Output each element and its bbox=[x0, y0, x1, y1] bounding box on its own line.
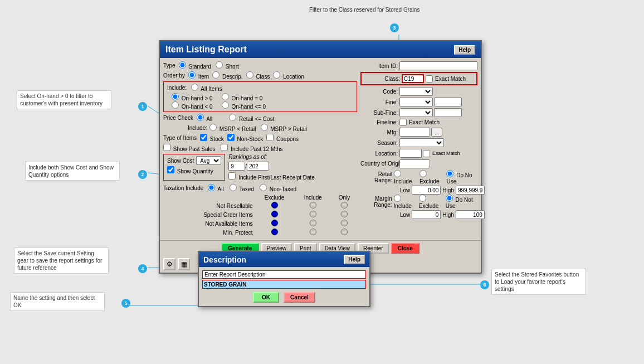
stock-checkbox[interactable] bbox=[200, 134, 207, 141]
grid-icon-button[interactable]: ▦ bbox=[178, 258, 190, 270]
margin-include-radio[interactable] bbox=[394, 195, 401, 202]
coupons-option[interactable]: Coupons bbox=[266, 134, 299, 142]
price-retail-cost-radio[interactable] bbox=[229, 114, 236, 121]
code-select[interactable] bbox=[399, 87, 433, 96]
price-msrp-gt-retail-radio[interactable] bbox=[261, 124, 268, 131]
class-input[interactable] bbox=[402, 74, 424, 83]
margin-high-input[interactable] bbox=[456, 210, 485, 219]
special-order-exclude[interactable] bbox=[255, 210, 295, 219]
tax-nontaxed-option[interactable]: Non-Taxed bbox=[260, 184, 296, 192]
tax-taxed-option[interactable]: Taxed bbox=[230, 184, 254, 192]
sub-fine-select[interactable] bbox=[399, 108, 433, 117]
non-stock-checkbox[interactable] bbox=[227, 134, 235, 141]
margin-donotuse-option[interactable]: Do Not Use bbox=[446, 195, 477, 209]
close-button[interactable]: Close bbox=[391, 243, 419, 254]
class-exact-match-checkbox[interactable] bbox=[426, 75, 433, 82]
desc-input[interactable] bbox=[202, 280, 366, 289]
price-all-radio[interactable] bbox=[197, 114, 204, 121]
not-available-include[interactable] bbox=[295, 219, 331, 228]
fineline-exact-match-checkbox[interactable] bbox=[399, 119, 407, 126]
class-exact-match-option[interactable]: Exact Match bbox=[426, 75, 466, 82]
order-class-radio[interactable] bbox=[246, 71, 253, 79]
order-descrip-option[interactable]: Descrip. bbox=[212, 71, 242, 80]
all-items-option[interactable]: All Items bbox=[191, 84, 222, 92]
price-all-option[interactable]: All bbox=[197, 114, 212, 122]
not-resellable-include[interactable] bbox=[295, 201, 331, 210]
show-past-sales-checkbox[interactable] bbox=[163, 144, 170, 151]
retail-exclude-option[interactable]: Exclude bbox=[419, 170, 444, 185]
non-stock-option[interactable]: Non-Stock bbox=[227, 134, 263, 142]
min-protect-exclude[interactable] bbox=[255, 228, 295, 237]
onhand-lt0-option[interactable]: On-hand < 0 bbox=[172, 101, 213, 110]
ok-button[interactable]: OK bbox=[253, 292, 279, 303]
order-location-radio[interactable] bbox=[273, 71, 280, 79]
tax-nontaxed-radio[interactable] bbox=[260, 184, 267, 191]
onhand-lte0-option[interactable]: On-hand <= 0 bbox=[222, 101, 266, 110]
order-item-option[interactable]: Item bbox=[188, 71, 209, 80]
fineline-exact-match-option[interactable]: Exact Match bbox=[399, 119, 440, 126]
cancel-button[interactable]: Cancel bbox=[284, 292, 315, 303]
location-exact-match-option[interactable]: Exact Match bbox=[423, 150, 460, 157]
price-msrp-retail-radio[interactable] bbox=[209, 124, 217, 131]
include-first-last-checkbox[interactable] bbox=[228, 172, 236, 179]
mfg-input[interactable] bbox=[399, 128, 430, 137]
show-past-sales-option[interactable]: Show Past Sales bbox=[163, 144, 215, 152]
fine-select[interactable] bbox=[399, 98, 433, 106]
mfg-browse-button[interactable]: ... bbox=[431, 128, 442, 137]
tax-all-radio[interactable] bbox=[208, 184, 215, 191]
price-msrp-retail-option[interactable]: MSRP < Retail bbox=[209, 124, 256, 132]
show-cost-select[interactable]: Avg Last Std bbox=[196, 156, 221, 165]
not-available-exclude[interactable] bbox=[255, 219, 295, 228]
onhand-eq0-option[interactable]: On-hand = 0 bbox=[222, 93, 263, 101]
gear-icon-button[interactable]: ⚙ bbox=[163, 258, 175, 270]
order-location-option[interactable]: Location bbox=[273, 71, 304, 80]
retail-donouse-option[interactable]: Do No Use bbox=[446, 170, 477, 185]
tax-taxed-radio[interactable] bbox=[230, 184, 237, 191]
location-exact-checkbox[interactable] bbox=[423, 150, 430, 157]
margin-exclude-option[interactable]: Exclude bbox=[419, 195, 443, 209]
fine-input[interactable] bbox=[434, 98, 462, 106]
location-input[interactable] bbox=[399, 149, 422, 158]
onhand-gt0-radio[interactable] bbox=[172, 93, 179, 100]
not-available-only[interactable] bbox=[331, 219, 357, 228]
rankings-month-input[interactable] bbox=[228, 162, 245, 171]
country-input[interactable] bbox=[399, 159, 430, 168]
special-order-only[interactable] bbox=[331, 210, 357, 219]
type-standard-option[interactable]: Standard bbox=[179, 61, 211, 70]
margin-low-input[interactable] bbox=[412, 210, 441, 219]
onhand-lt0-radio[interactable] bbox=[172, 101, 179, 109]
season-select[interactable] bbox=[399, 138, 444, 147]
tax-all-option[interactable]: All bbox=[208, 184, 223, 192]
sub-fine-input[interactable] bbox=[434, 108, 462, 117]
margin-include-option[interactable]: Include bbox=[394, 195, 417, 209]
include-past-12-option[interactable]: Include Past 12 Mths bbox=[221, 144, 282, 152]
include-past-12-checkbox[interactable] bbox=[221, 144, 228, 151]
order-class-option[interactable]: Class bbox=[246, 71, 270, 80]
retail-exclude-radio[interactable] bbox=[419, 170, 427, 177]
special-order-include[interactable] bbox=[295, 210, 331, 219]
include-first-last-option[interactable]: Include First/Last Receipt Date bbox=[228, 172, 315, 181]
stock-option[interactable]: Stock bbox=[200, 134, 224, 142]
onhand-gt0-option[interactable]: On-hand > 0 bbox=[172, 93, 213, 101]
rankings-year-input[interactable] bbox=[247, 162, 269, 171]
onhand-eq0-radio[interactable] bbox=[222, 93, 229, 100]
retail-include-option[interactable]: Include bbox=[394, 170, 417, 185]
price-retail-cost-option[interactable]: Retail <= Cost bbox=[229, 114, 274, 122]
order-descrip-radio[interactable] bbox=[212, 71, 219, 79]
order-item-radio[interactable] bbox=[188, 71, 196, 79]
min-protect-include[interactable] bbox=[295, 228, 331, 237]
retail-include-radio[interactable] bbox=[394, 170, 401, 177]
all-items-radio[interactable] bbox=[191, 84, 198, 91]
retail-low-input[interactable] bbox=[412, 186, 441, 195]
show-quantity-option[interactable]: Show Quantity bbox=[167, 166, 213, 174]
not-resellable-only[interactable] bbox=[331, 201, 357, 210]
main-help-button[interactable]: Help bbox=[454, 45, 475, 55]
type-short-option[interactable]: Short bbox=[216, 61, 239, 70]
desc-help-button[interactable]: Help bbox=[344, 255, 365, 264]
onhand-lte0-radio[interactable] bbox=[222, 101, 229, 109]
coupons-checkbox[interactable] bbox=[266, 134, 274, 141]
show-quantity-checkbox[interactable] bbox=[167, 166, 174, 173]
margin-exclude-radio[interactable] bbox=[419, 195, 426, 202]
min-protect-only[interactable] bbox=[331, 228, 357, 237]
price-msrp-gt-retail-option[interactable]: MSRP > Retail bbox=[261, 124, 307, 132]
